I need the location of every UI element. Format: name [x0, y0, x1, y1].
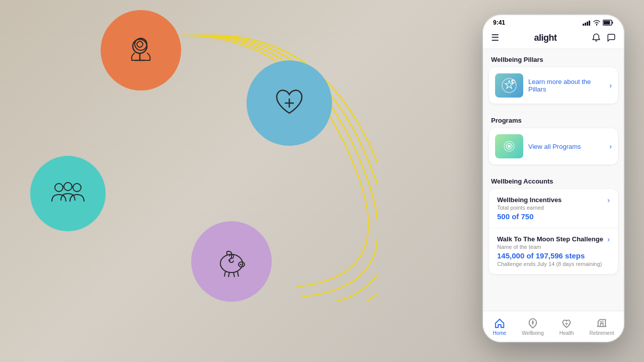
step-challenge-value: 145,000 of 197,596 steps — [497, 251, 607, 260]
health-circle — [247, 60, 332, 146]
wellbeing-accounts-card: Wellbeing Incentives Total points earned… — [489, 189, 618, 274]
svg-rect-17 — [583, 24, 584, 26]
wellbeing-incentives-item[interactable]: Wellbeing Incentives Total points earned… — [489, 189, 618, 228]
wifi-icon — [593, 20, 601, 26]
step-challenge-item[interactable]: Walk To The Moon Step Challenge Name of … — [489, 228, 618, 274]
health-label: Health — [559, 330, 574, 336]
programs-chevron: › — [609, 142, 612, 150]
svg-point-10 — [242, 264, 244, 265]
programs-label: Programs — [483, 110, 624, 128]
wellbeing-pillars-card[interactable]: ✦ Learn more about the Pillars › — [489, 67, 618, 104]
programs-link-text[interactable]: View all Programs — [528, 143, 604, 150]
battery-icon — [603, 20, 614, 26]
svg-point-5 — [64, 183, 72, 191]
bell-icon[interactable] — [592, 33, 601, 42]
svg-line-13 — [233, 272, 234, 277]
programs-card[interactable]: View all Programs › — [489, 128, 618, 164]
retirement-icon — [596, 318, 607, 329]
svg-point-6 — [73, 184, 81, 192]
retirement-label: Retirement — [590, 330, 614, 336]
step-challenge-note: Challenge ends July 14 (8 days remaining… — [497, 261, 607, 267]
menu-icon[interactable]: ☰ — [491, 32, 499, 43]
home-icon — [494, 318, 505, 329]
bottom-nav-retirement[interactable]: Retirement — [585, 315, 619, 339]
incentives-info: Wellbeing Incentives Total points earned… — [497, 196, 607, 221]
phone-mockup: 9:41 — [483, 15, 624, 342]
chat-icon[interactable] — [607, 33, 616, 42]
svg-line-11 — [224, 272, 225, 277]
pillars-card-link[interactable]: ✦ Learn more about the Pillars › — [489, 67, 618, 104]
pillars-icon: ✦ — [500, 76, 518, 95]
incentives-value: 500 of 750 — [497, 212, 607, 221]
step-challenge-info: Walk To The Moon Step Challenge Name of … — [497, 235, 607, 267]
wellbeing-icon — [527, 318, 538, 329]
status-time: 9:41 — [493, 19, 505, 26]
phone-screen: 9:41 — [483, 15, 624, 342]
programs-icon — [500, 137, 518, 155]
incentives-title: Wellbeing Incentives — [497, 196, 607, 204]
svg-text:✦: ✦ — [512, 80, 515, 83]
home-label: Home — [493, 330, 506, 336]
svg-rect-22 — [612, 22, 613, 24]
piggy-circle — [191, 221, 272, 302]
team-circle — [30, 156, 106, 231]
svg-line-12 — [228, 272, 229, 277]
pillars-thumbnail: ✦ — [495, 73, 523, 98]
brain-circle — [101, 10, 181, 90]
signal-icon — [583, 20, 591, 26]
step-challenge-chevron: › — [607, 235, 610, 243]
svg-line-14 — [237, 272, 238, 277]
status-bar: 9:41 — [483, 15, 624, 28]
svg-point-16 — [228, 259, 230, 261]
step-challenge-title: Walk To The Moon Step Challenge — [497, 235, 607, 243]
svg-point-28 — [508, 145, 511, 148]
nav-action-icons — [592, 33, 616, 42]
bottom-nav-wellbeing[interactable]: Wellbeing — [517, 315, 549, 339]
svg-rect-23 — [604, 21, 610, 25]
health-nav-icon — [561, 318, 572, 329]
pillars-link-text[interactable]: Learn more about the Pillars — [528, 78, 604, 93]
svg-rect-20 — [589, 21, 590, 26]
wellbeing-pillars-label: Wellbeing Pillars — [483, 49, 624, 67]
step-challenge-subtitle: Name of the team — [497, 244, 607, 250]
content-area[interactable]: Wellbeing Pillars ✦ Learn more about the… — [483, 49, 624, 342]
programs-card-link[interactable]: View all Programs › — [489, 128, 618, 164]
app-logo: alight — [534, 33, 556, 43]
svg-point-4 — [55, 184, 63, 192]
incentives-subtitle: Total points earned — [497, 205, 607, 211]
wellbeing-label: Wellbeing — [522, 330, 544, 336]
status-icons — [583, 20, 614, 26]
programs-thumbnail — [495, 134, 523, 158]
incentives-chevron: › — [607, 196, 610, 204]
svg-rect-19 — [587, 22, 588, 26]
wellbeing-accounts-label: Wellbeing Accounts — [483, 170, 624, 189]
bottom-nav: Home Wellbeing Health — [483, 311, 624, 342]
pillars-chevron: › — [609, 81, 612, 89]
bottom-nav-health[interactable]: Health — [554, 315, 579, 339]
svg-point-9 — [240, 264, 242, 265]
bottom-nav-home[interactable]: Home — [488, 315, 511, 339]
svg-rect-18 — [585, 23, 586, 26]
nav-bar: ☰ alight — [483, 28, 624, 49]
